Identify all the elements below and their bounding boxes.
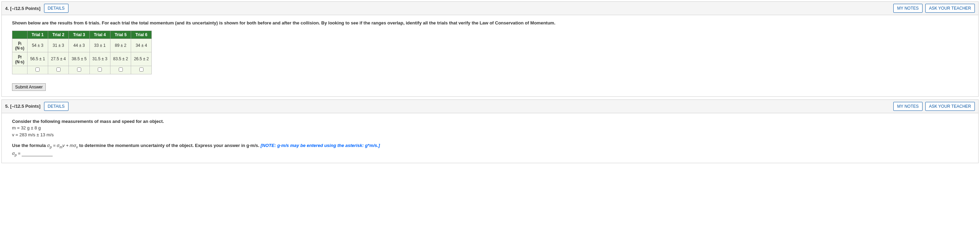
pf-value: 83.5 ± 2 <box>110 52 131 66</box>
q4-header-left: 4. [–/12.5 Points] DETAILS <box>5 4 68 13</box>
pf-value: 38.5 ± 5 <box>69 52 89 66</box>
pf-value: 31.5 ± 3 <box>89 52 110 66</box>
ask-teacher-button[interactable]: ASK YOUR TEACHER <box>925 4 975 13</box>
q4-body: Shown below are the results from 6 trial… <box>2 15 978 96</box>
trial-3-checkbox[interactable] <box>77 67 81 72</box>
trial-2-checkbox[interactable] <box>56 67 60 72</box>
table-row-pf: pf (N·s) 56.5 ± 1 27.5 ± 4 38.5 ± 5 31.5… <box>13 52 152 66</box>
question-4-header: 4. [–/12.5 Points] DETAILS MY NOTES ASK … <box>2 2 978 15</box>
q5-body: Consider the following measurements of m… <box>2 113 978 163</box>
trial-header: Trial 5 <box>110 31 131 38</box>
q5-intro: Consider the following measurements of m… <box>12 118 968 125</box>
pi-value: 44 ± 3 <box>69 38 89 52</box>
trial-header: Trial 3 <box>69 31 89 38</box>
trial-header: Trial 6 <box>131 31 152 38</box>
my-notes-button[interactable]: MY NOTES <box>893 102 922 111</box>
pi-value: 34 ± 4 <box>131 38 152 52</box>
pf-value: 56.5 ± 1 <box>27 52 48 66</box>
mass-measure: m = 32 g ± 8 g <box>12 125 968 132</box>
pf-value: 26.5 ± 2 <box>131 52 152 66</box>
details-button[interactable]: DETAILS <box>44 102 68 111</box>
q4-prompt: Shown below are the results from 6 trial… <box>12 20 968 27</box>
table-row-pi: pi (N·s) 54 ± 3 31 ± 3 44 ± 3 33 ± 1 89 … <box>13 38 152 52</box>
pi-value: 33 ± 1 <box>89 38 110 52</box>
pi-value: 54 ± 3 <box>27 38 48 52</box>
pf-label-cell: pf (N·s) <box>13 52 27 66</box>
formula-line: Use the formula σp = σmv + mσv to determ… <box>12 142 968 150</box>
velocity-measure: v = 283 m/s ± 13 m/s <box>12 132 968 138</box>
question-5-header: 5. [–/12.5 Points] DETAILS MY NOTES ASK … <box>2 100 978 113</box>
trials-table: Trial 1 Trial 2 Trial 3 Trial 4 Trial 5 … <box>12 31 152 74</box>
trial-5-checkbox[interactable] <box>119 67 123 72</box>
q5-header-right: MY NOTES ASK YOUR TEACHER <box>893 102 975 111</box>
ask-teacher-button[interactable]: ASK YOUR TEACHER <box>925 102 975 111</box>
trial-1-checkbox[interactable] <box>35 67 40 72</box>
checkbox-row <box>13 66 152 74</box>
submit-answer-button[interactable]: Submit Answer <box>12 83 46 91</box>
corner-cell <box>13 31 27 38</box>
answer-line: σp = <box>12 150 968 158</box>
q5-number: 5. [–/12.5 Points] <box>5 103 41 109</box>
trial-4-checkbox[interactable] <box>98 67 102 72</box>
my-notes-button[interactable]: MY NOTES <box>893 4 922 13</box>
sigma-p-input[interactable] <box>22 151 52 156</box>
pi-value: 89 ± 2 <box>110 38 131 52</box>
pi-label-cell: pi (N·s) <box>13 38 27 52</box>
trial-header: Trial 1 <box>27 31 48 38</box>
q4-header-right: MY NOTES ASK YOUR TEACHER <box>893 4 975 13</box>
pi-value: 31 ± 3 <box>48 38 68 52</box>
details-button[interactable]: DETAILS <box>44 4 68 13</box>
q5-header-left: 5. [–/12.5 Points] DETAILS <box>5 102 68 111</box>
trial-header: Trial 4 <box>89 31 110 38</box>
question-5: 5. [–/12.5 Points] DETAILS MY NOTES ASK … <box>2 100 978 164</box>
pf-value: 27.5 ± 4 <box>48 52 68 66</box>
trial-6-checkbox[interactable] <box>139 67 143 72</box>
trial-header: Trial 2 <box>48 31 68 38</box>
table-header-row: Trial 1 Trial 2 Trial 3 Trial 4 Trial 5 … <box>13 31 152 38</box>
q4-number: 4. [–/12.5 Points] <box>5 6 41 11</box>
question-4: 4. [–/12.5 Points] DETAILS MY NOTES ASK … <box>2 2 978 97</box>
entry-note: [NOTE: g·m/s may be entered using the as… <box>261 143 380 148</box>
